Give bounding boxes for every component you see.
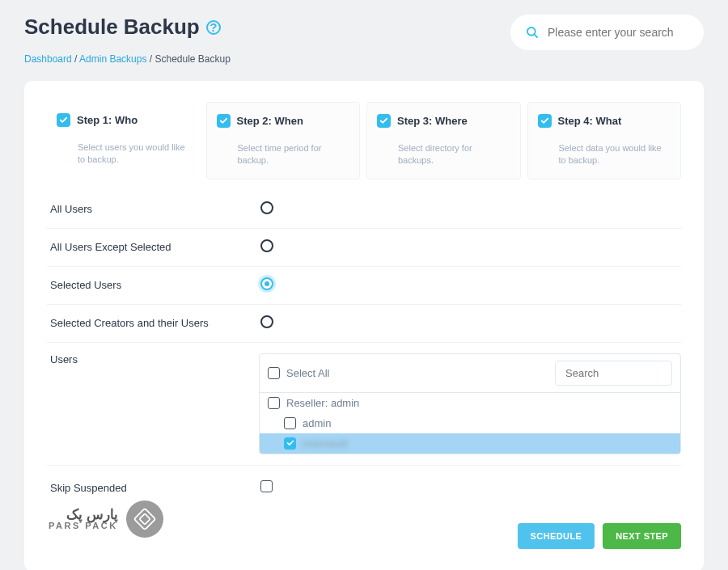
logo-text-en: PARS PACK bbox=[49, 521, 118, 530]
checkbox-user-selected[interactable] bbox=[284, 437, 296, 450]
main-card: Step 1: Who Select users you would like … bbox=[24, 81, 704, 570]
check-icon bbox=[217, 114, 231, 128]
option-label: Selected Creators and their Users bbox=[47, 317, 259, 329]
breadcrumb-admin-backups[interactable]: Admin Backups bbox=[79, 53, 146, 65]
select-all-label: Select All bbox=[286, 367, 329, 379]
breadcrumb-current: Schedule Backup bbox=[154, 53, 230, 65]
step-title: Step 2: When bbox=[237, 115, 303, 127]
breadcrumb-sep: / bbox=[150, 53, 152, 65]
option-label: Selected Users bbox=[47, 279, 259, 291]
checkbox-select-all[interactable] bbox=[268, 367, 280, 379]
step-desc: Select directory for backups. bbox=[377, 142, 510, 167]
option-label: All Users Except Selected bbox=[47, 241, 259, 253]
users-label: Users bbox=[50, 353, 78, 365]
page-title-text: Schedule Backup bbox=[24, 15, 200, 40]
checkbox-skip-suspended[interactable] bbox=[260, 480, 273, 492]
radio-selected-creators[interactable] bbox=[260, 315, 273, 328]
check-icon bbox=[377, 114, 391, 128]
list-item-user[interactable]: admin bbox=[260, 413, 680, 433]
step-when[interactable]: Step 2: When Select time period for back… bbox=[206, 102, 361, 179]
list-item-label: masnasdi bbox=[303, 437, 348, 450]
next-step-button[interactable]: NEXT STEP bbox=[603, 523, 681, 549]
schedule-button[interactable]: SCHEDULE bbox=[518, 523, 595, 549]
step-who[interactable]: Step 1: Who Select users you would like … bbox=[47, 102, 200, 179]
option-all-except[interactable]: All Users Except Selected bbox=[47, 229, 681, 267]
breadcrumb-dashboard[interactable]: Dashboard bbox=[24, 53, 72, 65]
step-desc: Select time period for backup. bbox=[217, 142, 350, 167]
page-title: Schedule Backup ? bbox=[24, 15, 221, 40]
users-section: Users Select All Reseller: admin admin bbox=[47, 343, 681, 466]
radio-all-users[interactable] bbox=[260, 201, 273, 214]
check-icon bbox=[538, 114, 552, 128]
search-icon bbox=[525, 25, 540, 40]
step-title: Step 3: Where bbox=[397, 115, 468, 127]
breadcrumb-sep: / bbox=[74, 53, 77, 65]
breadcrumb: Dashboard / Admin Backups / Schedule Bac… bbox=[24, 53, 728, 65]
step-where[interactable]: Step 3: Where Select directory for backu… bbox=[366, 102, 521, 179]
svg-line-1 bbox=[534, 34, 537, 37]
help-icon[interactable]: ? bbox=[206, 20, 221, 35]
step-title: Step 4: What bbox=[558, 115, 622, 127]
option-label: All Users bbox=[47, 203, 259, 215]
global-search[interactable] bbox=[510, 15, 704, 50]
users-list[interactable]: Reseller: admin admin masnasdi bbox=[260, 392, 680, 454]
search-input[interactable] bbox=[548, 26, 689, 39]
svg-rect-3 bbox=[139, 513, 150, 524]
radio-all-except[interactable] bbox=[260, 239, 273, 252]
check-icon bbox=[57, 113, 70, 127]
users-panel: Select All Reseller: admin admin masnasd… bbox=[259, 353, 681, 454]
checkbox-reseller-admin[interactable] bbox=[268, 397, 280, 409]
svg-rect-2 bbox=[133, 509, 154, 530]
list-item-label: admin bbox=[303, 417, 331, 429]
users-search-input[interactable] bbox=[555, 361, 672, 386]
step-desc: Select users you would like to backup. bbox=[57, 141, 190, 167]
option-selected-users[interactable]: Selected Users bbox=[47, 267, 681, 305]
list-item-reseller[interactable]: Reseller: admin bbox=[260, 393, 680, 413]
option-all-users[interactable]: All Users bbox=[47, 191, 681, 229]
step-what[interactable]: Step 4: What Select data you would like … bbox=[527, 102, 682, 179]
radio-selected-users[interactable] bbox=[260, 277, 273, 290]
select-all[interactable]: Select All bbox=[268, 367, 329, 379]
skip-label: Skip Suspended bbox=[47, 482, 259, 494]
option-selected-creators[interactable]: Selected Creators and their Users bbox=[47, 305, 681, 343]
skip-suspended-row: Skip Suspended bbox=[47, 466, 681, 496]
step-desc: Select data you would like to backup. bbox=[538, 142, 671, 167]
list-item-label: Reseller: admin bbox=[286, 397, 359, 409]
logo-mark-icon bbox=[126, 500, 163, 538]
list-item-user[interactable]: masnasdi bbox=[260, 433, 680, 454]
parspack-logo: پارس پک PARS PACK bbox=[49, 500, 163, 538]
steps-row: Step 1: Who Select users you would like … bbox=[47, 102, 681, 179]
logo-text-ar: پارس پک bbox=[49, 508, 118, 521]
step-title: Step 1: Who bbox=[77, 114, 138, 126]
checkbox-user-admin[interactable] bbox=[284, 417, 296, 429]
